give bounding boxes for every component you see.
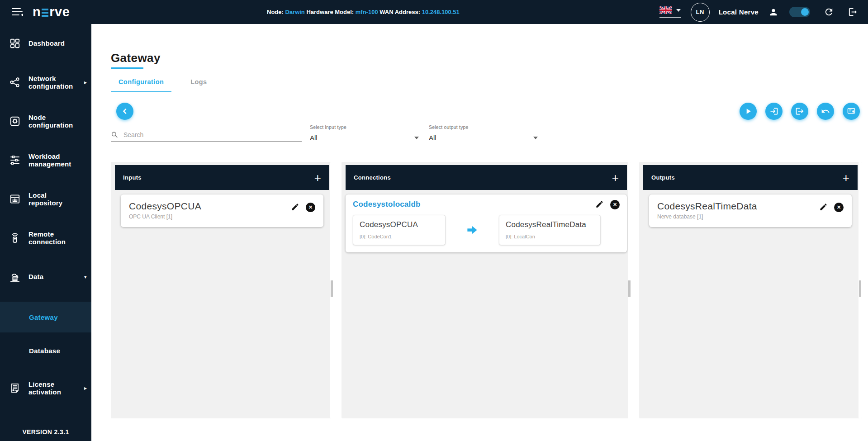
logout-icon[interactable] <box>848 7 858 17</box>
deploy-button[interactable] <box>740 103 757 120</box>
source-subtitle: [0]: CodeCon1 <box>360 234 439 239</box>
hw-label: Hardware Model: <box>305 9 356 15</box>
search-field <box>111 131 302 142</box>
sidebar-item-label: Dashboard <box>28 39 81 47</box>
select-label: Select input type <box>310 124 420 130</box>
export-button[interactable] <box>791 103 808 120</box>
play-icon <box>744 107 753 116</box>
node-label: Node: <box>267 9 285 15</box>
tab-configuration[interactable]: Configuration <box>111 78 171 92</box>
import-button[interactable] <box>765 103 783 120</box>
sidebar-item-label: Network configuration <box>28 75 81 90</box>
input-card: CodesysOPCUA OPC UA Client [1] ✕ <box>121 194 323 227</box>
target-title: CodesysRealTimeData <box>506 220 594 229</box>
node-config-icon <box>7 115 23 127</box>
scrollbar-thumb[interactable] <box>331 280 333 297</box>
select-label: Select output type <box>429 124 539 130</box>
menu-toggle-icon[interactable] <box>12 7 24 17</box>
page-title: Gateway <box>111 51 161 65</box>
export-icon <box>795 107 804 116</box>
select-value: All <box>310 134 318 142</box>
avatar[interactable]: LN <box>691 3 710 22</box>
sidebar-item-local-repository[interactable]: Local repository <box>0 180 91 218</box>
language-select[interactable] <box>659 6 681 18</box>
tab-bar: Configuration Logs <box>111 78 215 92</box>
toggle-knob <box>801 8 809 16</box>
sidebar-item-data[interactable]: Data ▾ <box>0 257 91 296</box>
search-input[interactable] <box>123 131 302 138</box>
logo-prefix: n <box>33 5 41 19</box>
workload-icon <box>7 154 23 166</box>
target-subtitle: [0]: LocalCon <box>506 234 594 239</box>
data-cloud-icon <box>7 270 23 283</box>
scrollbar-thumb[interactable] <box>859 280 861 297</box>
sidebar-item-node-configuration[interactable]: Node configuration <box>0 102 91 141</box>
undo-button[interactable] <box>817 103 834 120</box>
sidebar-item-label: Database <box>29 347 60 355</box>
sidebar-item-network-configuration[interactable]: Network configuration ▸ <box>0 63 91 102</box>
sidebar-item-gateway[interactable]: Gateway <box>0 302 91 332</box>
input-card-subtitle: OPC UA Client [1] <box>129 213 201 220</box>
delete-icon[interactable]: ✕ <box>834 203 844 212</box>
submenu-arrow-icon: ▸ <box>84 79 87 85</box>
uk-flag-icon <box>659 6 672 14</box>
reboot-icon[interactable] <box>824 7 834 17</box>
select-value: All <box>429 134 436 142</box>
edit-icon[interactable] <box>819 203 828 211</box>
topbar: n rve Node: Darwin Hardware Model: mfn-1… <box>0 0 868 24</box>
connections-column-header: Connections + <box>346 165 627 190</box>
edit-icon[interactable] <box>595 200 604 209</box>
version-label: VERSION 2.3.1 <box>0 428 91 436</box>
theme-toggle[interactable] <box>789 7 810 17</box>
sidebar: Dashboard Network configuration ▸ Node c… <box>0 24 91 441</box>
output-card-subtitle: Nerve database [1] <box>657 213 757 220</box>
add-connection-button[interactable]: + <box>612 172 619 184</box>
user-name: Local Nerve <box>719 8 759 16</box>
sidebar-item-database[interactable]: Database <box>0 332 91 369</box>
add-input-button[interactable]: + <box>314 172 321 184</box>
delete-icon[interactable]: ✕ <box>610 200 620 209</box>
inputs-column-header: Inputs + <box>115 165 329 190</box>
flow-arrow-icon <box>467 226 477 234</box>
add-output-button[interactable]: + <box>843 172 849 184</box>
input-card-title: CodesysOPCUA <box>129 201 201 212</box>
outputs-column-header: Outputs + <box>643 165 858 190</box>
delete-icon[interactable]: ✕ <box>306 203 315 212</box>
output-card: CodesysRealTimeData Nerve database [1] ✕ <box>649 194 852 227</box>
network-icon <box>7 76 23 88</box>
caret-down-icon <box>414 137 419 139</box>
connection-target-card: CodesysRealTimeData [0]: LocalCon <box>499 215 601 245</box>
sidebar-item-workload-management[interactable]: Workload management <box>0 141 91 180</box>
edit-icon[interactable] <box>291 203 299 211</box>
sidebar-item-label: License activation <box>28 380 81 396</box>
output-card-title: CodesysRealTimeData <box>657 201 757 212</box>
caret-down-icon: ▾ <box>84 274 87 280</box>
certificate-button[interactable] <box>843 103 860 120</box>
wan-label: WAN Address: <box>378 9 422 15</box>
sidebar-item-remote-connection[interactable]: Remote connection <box>0 218 91 257</box>
node-info: Node: Darwin Hardware Model: mfn-100 WAN… <box>267 0 460 24</box>
repository-icon <box>7 193 23 205</box>
column-title: Inputs <box>123 174 142 181</box>
tab-logs[interactable]: Logs <box>183 78 214 92</box>
scrollbar-thumb[interactable] <box>628 280 631 297</box>
outputs-column: Outputs + CodesysRealTimeData Nerve data… <box>639 162 862 418</box>
column-title: Connections <box>354 174 391 181</box>
caret-down-icon <box>533 137 538 139</box>
back-button[interactable] <box>116 103 133 120</box>
scrollbar <box>330 162 333 418</box>
input-type-select[interactable]: Select input type All <box>310 124 420 145</box>
caret-down-icon <box>676 9 681 12</box>
user-icon[interactable] <box>768 7 778 17</box>
chevron-left-icon <box>120 107 129 116</box>
certificate-icon <box>847 107 856 116</box>
output-type-select[interactable]: Select output type All <box>429 124 539 145</box>
sidebar-item-license-activation[interactable]: License activation ▸ <box>0 369 91 408</box>
sidebar-item-label: Local repository <box>28 191 81 207</box>
scrollbar <box>859 162 862 418</box>
avatar-initials: LN <box>696 9 704 15</box>
connection-source-card: CodesysOPCUA [0]: CodeCon1 <box>353 215 446 245</box>
connection-card-title[interactable]: Codesystolocaldb <box>353 200 421 209</box>
sidebar-item-dashboard[interactable]: Dashboard <box>0 24 91 63</box>
inputs-column: Inputs + CodesysOPCUA OPC UA Client [1] … <box>111 162 333 418</box>
